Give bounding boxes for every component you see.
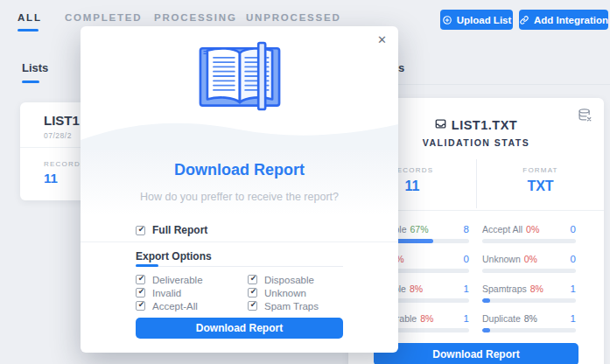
- export-options-divider: [136, 266, 343, 267]
- add-integration-label: Add Integration: [534, 15, 608, 25]
- list-card-date: 07/28/2: [44, 131, 72, 140]
- lists-heading-accent: [22, 80, 39, 83]
- tab-completed[interactable]: COMPLETED: [65, 12, 142, 23]
- modal-subtitle: How do you preffer to receive the report…: [81, 191, 398, 203]
- stats-card-title: LIST1.TXT: [452, 118, 517, 132]
- tab-all[interactable]: ALL: [18, 12, 42, 23]
- full-report-checkbox[interactable]: [136, 226, 145, 235]
- modal-title: Download Report: [81, 161, 398, 179]
- progress-bar: [482, 239, 576, 243]
- full-report-checkbox-row[interactable]: Full Report: [136, 224, 207, 236]
- results-heading-fragment: s: [398, 61, 404, 74]
- export-options-accent: [136, 264, 158, 267]
- wave-decoration: [81, 117, 398, 152]
- export-options-grid: Deliverable Disposable Invalid Unknown A…: [136, 273, 343, 312]
- download-report-modal: ✕ Download Report How do you preffer to …: [81, 26, 398, 353]
- tab-unprocessed[interactable]: UNPROCESSED: [246, 12, 341, 23]
- stat-accept-all: Accept All 0% 0: [482, 224, 576, 243]
- add-integration-button[interactable]: Add Integration: [519, 10, 608, 30]
- close-icon[interactable]: ✕: [377, 33, 387, 46]
- progress-bar: [482, 328, 576, 332]
- deliverable-checkbox[interactable]: [136, 275, 145, 284]
- upload-list-button[interactable]: Upload List: [440, 10, 513, 30]
- list-card-title: LIST1: [44, 113, 80, 128]
- full-report-label: Full Report: [152, 224, 207, 236]
- plus-circle-icon: [442, 15, 452, 25]
- tab-processing[interactable]: PROCESSING: [154, 12, 237, 23]
- accept-all-checkbox[interactable]: [136, 301, 145, 311]
- modal-divider: [81, 242, 398, 242]
- format-label: FORMAT: [477, 166, 604, 174]
- stats-download-report-button[interactable]: Download Report: [374, 343, 578, 364]
- stat-duplicate: Duplicate 8% 1: [482, 313, 576, 332]
- open-book-icon: [193, 40, 286, 116]
- unknown-checkbox[interactable]: [248, 288, 257, 298]
- option-invalid[interactable]: Invalid: [136, 286, 248, 299]
- upload-list-label: Upload List: [457, 15, 512, 25]
- option-accept-all[interactable]: Accept-All: [136, 299, 248, 312]
- progress-bar: [482, 269, 576, 273]
- stat-unknown: Unknown 0% 0: [482, 254, 576, 273]
- progress-bar: [482, 298, 576, 303]
- inbox-icon: [435, 118, 446, 132]
- lists-heading: Lists: [22, 61, 48, 74]
- format-summary: FORMAT TXT: [476, 159, 604, 208]
- list-card-records-value: 11: [44, 171, 58, 186]
- disposable-checkbox[interactable]: [248, 275, 257, 284]
- export-options-heading: Export Options: [136, 250, 212, 262]
- active-tab-indicator: [18, 29, 39, 32]
- format-value: TXT: [477, 178, 604, 194]
- link-icon: [519, 15, 529, 25]
- option-disposable[interactable]: Disposable: [248, 273, 343, 286]
- stat-spamtraps: Spamtraps 8% 1: [482, 284, 576, 303]
- spam-traps-checkbox[interactable]: [248, 301, 257, 311]
- option-unknown[interactable]: Unknown: [248, 286, 343, 299]
- option-deliverable[interactable]: Deliverable: [136, 273, 248, 286]
- option-spam-traps[interactable]: Spam Traps: [248, 299, 343, 312]
- modal-download-report-button[interactable]: Download Report: [136, 318, 343, 339]
- invalid-checkbox[interactable]: [136, 288, 145, 298]
